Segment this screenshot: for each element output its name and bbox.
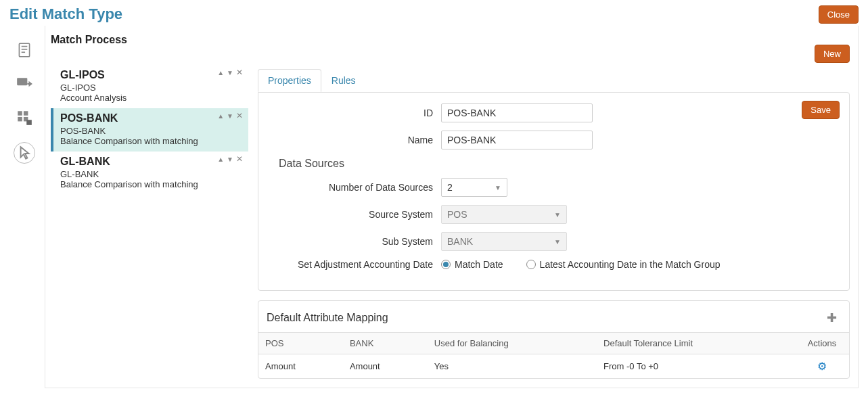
default-attr-mapping-panel: Default Attribute Mapping ✚ POS BANK Use… bbox=[258, 300, 850, 379]
num-ds-select[interactable]: 2 ▼ bbox=[441, 178, 507, 197]
move-up-icon[interactable]: ▲ bbox=[217, 112, 224, 120]
list-item-title: POS-BANK bbox=[60, 112, 242, 124]
tab-rules[interactable]: Rules bbox=[321, 69, 366, 92]
col-tolerance: Default Tolerance Limit bbox=[597, 333, 795, 354]
cell-pos: Amount bbox=[258, 354, 343, 379]
list-item-id: POS-BANK bbox=[60, 126, 242, 136]
table-row[interactable]: Amount Amount Yes From -0 To +0 ⚙ bbox=[258, 354, 849, 379]
mapping-header: Default Attribute Mapping bbox=[267, 312, 388, 324]
list-item-id: GL-IPOS bbox=[60, 83, 242, 93]
chevron-down-icon: ▼ bbox=[554, 238, 561, 246]
section-header: Match Process bbox=[51, 34, 858, 46]
list-item[interactable]: ▲ ▼ ✕ POS-BANK POS-BANK Balance Comparis… bbox=[51, 108, 248, 152]
svg-rect-4 bbox=[17, 78, 27, 85]
col-pos: POS bbox=[258, 333, 343, 354]
document-icon[interactable] bbox=[15, 41, 34, 60]
close-icon[interactable]: ✕ bbox=[236, 68, 243, 77]
svg-rect-5 bbox=[27, 83, 30, 85]
source-system-value: POS bbox=[447, 209, 467, 220]
list-item-desc: Balance Comparison with matching bbox=[60, 136, 242, 146]
gear-icon[interactable]: ⚙ bbox=[817, 361, 827, 372]
transfer-icon[interactable] bbox=[15, 74, 34, 93]
id-input[interactable] bbox=[441, 103, 593, 122]
radio-match-date-label: Match Date bbox=[455, 259, 503, 270]
new-button[interactable]: New bbox=[815, 45, 850, 63]
properties-panel: Save ID Name Data Sources Number of Data… bbox=[258, 92, 850, 291]
left-icon-bar bbox=[11, 41, 38, 164]
match-process-list: ▲ ▼ ✕ GL-IPOS GL-IPOS Account Analysis ▲… bbox=[51, 50, 248, 379]
svg-rect-0 bbox=[19, 43, 29, 57]
radio-match-date[interactable] bbox=[441, 260, 451, 269]
move-down-icon[interactable]: ▼ bbox=[227, 69, 233, 76]
num-ds-value: 2 bbox=[447, 182, 453, 193]
save-button[interactable]: Save bbox=[802, 101, 840, 119]
sub-system-value: BANK bbox=[447, 236, 473, 247]
list-item-desc: Account Analysis bbox=[60, 93, 242, 103]
page-title: Edit Match Type bbox=[9, 5, 122, 23]
list-item-desc: Balance Comparison with matching bbox=[60, 179, 242, 189]
close-icon[interactable]: ✕ bbox=[236, 154, 243, 164]
list-item-title: GL-IPOS bbox=[60, 69, 242, 81]
cell-bank: Amount bbox=[343, 354, 428, 379]
move-up-icon[interactable]: ▲ bbox=[217, 69, 224, 76]
move-down-icon[interactable]: ▼ bbox=[227, 112, 233, 120]
move-up-icon[interactable]: ▲ bbox=[217, 156, 224, 163]
sub-system-select: BANK ▼ bbox=[441, 232, 567, 251]
radio-latest-date-label: Latest Accounting Date in the Match Grou… bbox=[540, 259, 721, 270]
name-label: Name bbox=[271, 135, 441, 145]
radio-latest-date[interactable] bbox=[526, 260, 536, 269]
source-system-select: POS ▼ bbox=[441, 205, 567, 224]
col-balancing: Used for Balancing bbox=[428, 333, 597, 354]
svg-rect-6 bbox=[18, 111, 22, 116]
num-ds-label: Number of Data Sources bbox=[271, 182, 441, 193]
cell-balancing: Yes bbox=[428, 354, 597, 379]
chevron-down-icon: ▼ bbox=[495, 184, 501, 191]
col-actions: Actions bbox=[795, 333, 849, 354]
svg-rect-10 bbox=[26, 120, 32, 125]
id-label: ID bbox=[271, 108, 441, 118]
cell-tolerance: From -0 To +0 bbox=[597, 354, 795, 379]
mapping-table: POS BANK Used for Balancing Default Tole… bbox=[258, 332, 849, 378]
close-button[interactable]: Close bbox=[819, 5, 859, 24]
chevron-down-icon: ▼ bbox=[554, 211, 561, 218]
list-item[interactable]: ▲ ▼ ✕ GL-BANK GL-BANK Balance Comparison… bbox=[51, 152, 248, 195]
adj-date-label: Set Adjustment Accounting Date bbox=[271, 259, 441, 270]
sub-system-label: Sub System bbox=[271, 236, 441, 247]
col-bank: BANK bbox=[343, 333, 428, 354]
svg-rect-7 bbox=[24, 111, 28, 116]
source-system-label: Source System bbox=[271, 209, 441, 220]
add-icon[interactable]: ✚ bbox=[827, 310, 841, 325]
tab-properties[interactable]: Properties bbox=[258, 69, 321, 92]
pointer-icon[interactable] bbox=[14, 142, 35, 164]
list-item-id: GL-BANK bbox=[60, 169, 242, 179]
list-item-title: GL-BANK bbox=[60, 156, 242, 168]
data-sources-header: Data Sources bbox=[279, 158, 837, 170]
name-input[interactable] bbox=[441, 131, 593, 149]
list-item[interactable]: ▲ ▼ ✕ GL-IPOS GL-IPOS Account Analysis bbox=[51, 65, 248, 108]
move-down-icon[interactable]: ▼ bbox=[227, 156, 233, 163]
grid-icon[interactable] bbox=[15, 108, 34, 127]
svg-rect-8 bbox=[18, 117, 22, 122]
close-icon[interactable]: ✕ bbox=[236, 111, 243, 120]
